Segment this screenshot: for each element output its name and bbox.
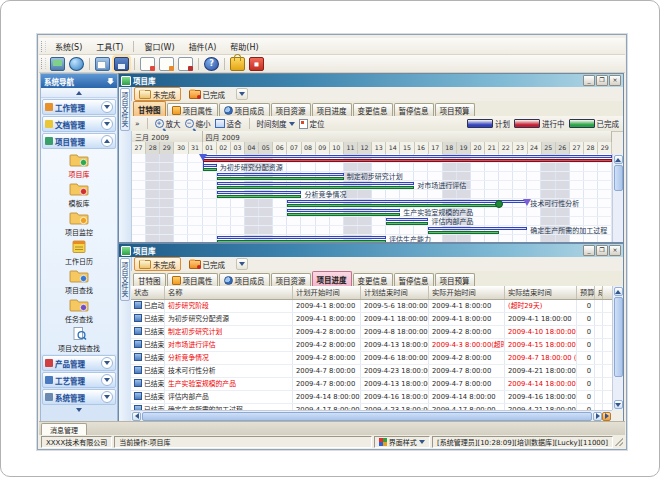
gantt-bar-生产实验室规模的产品[interactable] xyxy=(287,209,400,217)
sidebar-more-button[interactable] xyxy=(41,405,117,414)
report-delete-icon[interactable] xyxy=(178,57,193,71)
scroll-up-button[interactable] xyxy=(614,155,623,164)
tab-项目进度[interactable]: 项目进度 xyxy=(312,103,352,116)
menu-item-1[interactable]: 工具(T) xyxy=(89,40,130,53)
filter-overflow-button[interactable] xyxy=(236,88,248,100)
table-row[interactable]: 已结束对市场进行评估2009-4-2 8:00:002009-4-13 18:0… xyxy=(131,339,612,352)
jump-right-button[interactable] xyxy=(602,412,611,421)
close-button[interactable]: × xyxy=(609,245,621,256)
pin-icon[interactable] xyxy=(107,78,114,85)
sidebar-section-工艺管理[interactable]: 工艺管理 xyxy=(42,372,116,388)
tab-项目资源[interactable]: 项目资源 xyxy=(271,103,311,116)
scroll-right-button[interactable] xyxy=(593,412,602,421)
table-row[interactable]: 已结束生产实验室规模的产品2009-4-7 8:00:002009-4-13 1… xyxy=(131,378,612,391)
tab-暂停信息[interactable]: 暂停信息 xyxy=(394,103,434,116)
tab-项目属性[interactable]: 项目属性 xyxy=(167,273,218,286)
globe-icon[interactable] xyxy=(69,57,84,71)
toolbar-grip[interactable] xyxy=(41,58,46,69)
sidebar-section-系统管理[interactable]: 系统管理 xyxy=(42,389,116,405)
tab-变更信息[interactable]: 变更信息 xyxy=(353,273,393,286)
sidebar-item-项目查找[interactable]: 项目查找 xyxy=(65,268,93,295)
timescale-button[interactable]: 时间刻度 xyxy=(257,118,295,129)
scroll-thumb[interactable] xyxy=(614,165,623,191)
minimize-button[interactable]: _ xyxy=(583,245,595,256)
sidebar-item-项目库[interactable]: 项目库 xyxy=(69,152,90,179)
gantt-bar-制定初步研究计划[interactable] xyxy=(217,173,344,181)
locate-button[interactable]: 定位 xyxy=(299,118,325,129)
gantt-bar-技术可行性分析[interactable] xyxy=(287,200,527,208)
tab-甘特图[interactable]: 甘特图 xyxy=(133,273,166,286)
exit-icon[interactable] xyxy=(249,57,264,71)
sidebar-section-文档管理[interactable]: 文档管理 xyxy=(42,116,116,132)
sidebar-item-工作日历[interactable]: 工作日历 xyxy=(65,239,93,266)
minimize-button[interactable]: _ xyxy=(583,75,595,86)
table-row[interactable]: 已启动初步研究阶段2009-4-1 8:00:002009-5-6 18:00:… xyxy=(131,300,612,313)
tab-甘特图[interactable]: 甘特图 xyxy=(133,101,166,116)
scroll-up-button[interactable] xyxy=(614,287,623,296)
gantt-bar-对市场进行评估[interactable] xyxy=(217,182,415,190)
tab-项目资源[interactable]: 项目资源 xyxy=(271,273,311,286)
restore-button[interactable]: ❐ xyxy=(596,245,608,256)
menu-item-0[interactable]: 系统(S) xyxy=(48,40,89,53)
table-horizontal-scrollbar[interactable] xyxy=(131,410,612,421)
sidebar-item-模板库[interactable]: 模板库 xyxy=(69,181,90,208)
column-header-实际结束时间[interactable]: 实际结束时间 xyxy=(505,286,577,299)
expand-section-button[interactable] xyxy=(101,357,113,369)
table-row[interactable]: 已结束评估内部产品2009-4-14 8:00:002009-4-16 18:0… xyxy=(131,391,612,404)
filter-overflow-button[interactable] xyxy=(236,258,248,270)
project-folder-side-tab[interactable]: 项目文件夹 xyxy=(120,88,130,131)
table-row[interactable]: 已结束制定初步研究计划2009-4-2 8:00:002009-4-8 18:0… xyxy=(131,326,612,339)
sidebar-collapse-button[interactable] xyxy=(41,88,117,98)
tab-项目预算[interactable]: 项目预算 xyxy=(435,273,475,286)
menu-item-3[interactable]: 插件(A) xyxy=(182,40,224,53)
menu-item-4[interactable]: 帮助(H) xyxy=(223,40,265,53)
tab-项目预算[interactable]: 项目预算 xyxy=(435,103,475,116)
tab-项目成员[interactable]: 项目成员 xyxy=(219,273,270,286)
column-header-计划结束时间[interactable]: 计划结束时间 xyxy=(361,286,429,299)
sidebar-item-项目监控[interactable]: 项目监控 xyxy=(65,210,93,237)
lock-icon[interactable] xyxy=(230,57,245,71)
table-row[interactable]: 已结束技术可行性分析2009-4-7 8:00:002009-4-23 18:0… xyxy=(131,365,612,378)
scroll-left-button[interactable] xyxy=(132,412,141,421)
table-vertical-scrollbar[interactable] xyxy=(612,286,623,410)
sidebar-item-项目文档查找[interactable]: 项目文档查找 xyxy=(58,326,100,353)
gantt-bar-分析竞争情况[interactable] xyxy=(217,191,302,199)
close-button[interactable]: × xyxy=(609,75,621,86)
menu-grip[interactable] xyxy=(41,41,46,52)
scroll-thumb[interactable] xyxy=(614,297,623,377)
report-edit-icon[interactable] xyxy=(159,57,174,71)
gantt-bar-summary[interactable] xyxy=(203,155,612,163)
sidebar-section-项目管理[interactable]: 项目管理 xyxy=(42,133,116,149)
gantt-bar-为初步研究分配资源[interactable] xyxy=(203,164,217,172)
gantt-vertical-scrollbar[interactable] xyxy=(612,154,623,242)
table-row[interactable]: 已结束分析竞争情况2009-4-2 8:00:002009-4-6 18:00:… xyxy=(131,352,612,365)
collapse-section-button[interactable] xyxy=(101,135,113,147)
tab-项目属性[interactable]: 项目属性 xyxy=(167,103,218,116)
sidebar-section-产品管理[interactable]: 产品管理 xyxy=(42,355,116,371)
expand-section-button[interactable] xyxy=(101,101,113,113)
tab-message-management[interactable]: 消息管理 xyxy=(41,423,87,435)
filter-已完成[interactable]: 已完成 xyxy=(184,87,231,101)
restore-button[interactable]: ❐ xyxy=(596,75,608,86)
tab-暂停信息[interactable]: 暂停信息 xyxy=(394,273,434,286)
sidebar-section-工作管理[interactable]: 工作管理 xyxy=(42,99,116,115)
tab-变更信息[interactable]: 变更信息 xyxy=(353,103,393,116)
gantt-bar-确定生产所需的加工过程[interactable] xyxy=(428,227,527,235)
gantt-window-titlebar[interactable]: 项目库 _ ❐ × xyxy=(119,74,623,87)
column-header-成[interactable]: 成 xyxy=(595,286,603,299)
computer-icon[interactable] xyxy=(50,57,65,71)
gantt-bar-评估内部产品[interactable] xyxy=(386,218,428,226)
help-icon[interactable] xyxy=(204,57,219,71)
menu-item-2[interactable]: 窗口(W) xyxy=(137,40,181,53)
column-header-实际开始时间[interactable]: 实际开始时间 xyxy=(429,286,505,299)
expand-section-button[interactable] xyxy=(101,374,113,386)
tab-项目成员[interactable]: 项目成员 xyxy=(219,103,270,116)
filter-已完成[interactable]: 已完成 xyxy=(184,257,231,271)
column-header-名称[interactable]: 名称 xyxy=(165,286,293,299)
column-header-计划开始时间[interactable]: 计划开始时间 xyxy=(293,286,361,299)
scroll-thumb[interactable] xyxy=(142,412,592,421)
save-icon[interactable] xyxy=(114,57,129,71)
expand-section-button[interactable] xyxy=(101,118,113,130)
expand-section-button[interactable] xyxy=(101,391,113,403)
zoom-in-button[interactable]: +放大 xyxy=(155,118,181,129)
